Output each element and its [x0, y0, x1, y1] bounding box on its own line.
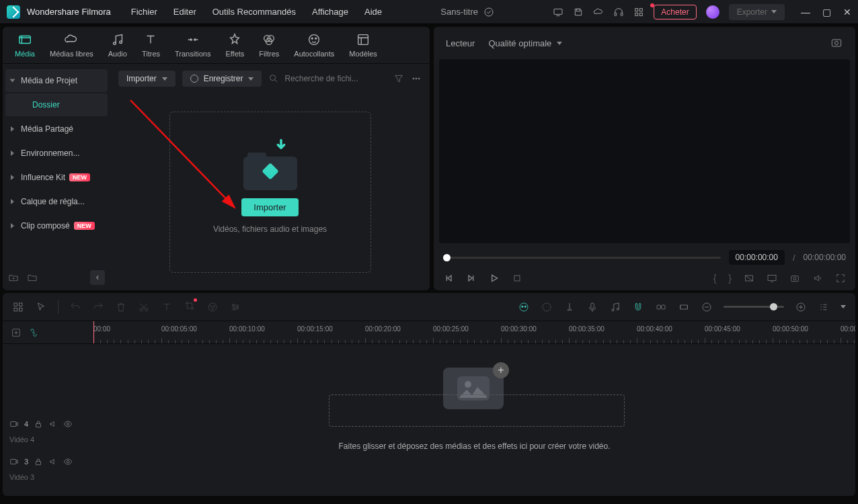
- redo-icon[interactable]: [92, 301, 104, 313]
- more-icon[interactable]: [411, 73, 422, 84]
- tab-templates[interactable]: Modèles: [346, 31, 380, 59]
- crop-icon-wrap[interactable]: [184, 300, 196, 314]
- media-sidebar: Média de Projet Dossier Média Partagé En…: [3, 64, 110, 244]
- track-head-4[interactable]: 4: [3, 414, 93, 434]
- collapse-sidebar-button[interactable]: [90, 270, 105, 285]
- range-icon[interactable]: [678, 301, 690, 313]
- sidebar-item-compound[interactable]: Clip composéNEW: [5, 214, 108, 237]
- grid-icon[interactable]: [633, 7, 644, 17]
- headphones-icon[interactable]: [613, 7, 624, 17]
- tab-filters[interactable]: Filtres: [256, 31, 282, 59]
- track-head-3[interactable]: 3: [3, 452, 93, 472]
- quality-dropdown[interactable]: Qualité optimale: [488, 38, 562, 48]
- link-icon[interactable]: [655, 301, 667, 313]
- export-button[interactable]: Exporter: [729, 4, 785, 20]
- tab-media[interactable]: Média: [12, 31, 38, 59]
- import-dropdown[interactable]: Importer: [118, 71, 176, 87]
- eye-icon[interactable]: [63, 457, 73, 466]
- screen-icon[interactable]: [553, 7, 563, 17]
- camera-icon[interactable]: [789, 273, 800, 284]
- zoom-out-icon[interactable]: [701, 301, 713, 313]
- marker-icon[interactable]: [563, 301, 576, 313]
- tab-titles[interactable]: Titres: [139, 31, 163, 59]
- delete-icon[interactable]: [115, 301, 127, 313]
- svg-rect-51: [657, 305, 660, 309]
- options-caret[interactable]: [841, 305, 846, 308]
- filter-icon[interactable]: [393, 73, 404, 84]
- time-current: 00:00:00:00: [729, 250, 785, 265]
- mute-icon[interactable]: [48, 457, 58, 466]
- tab-stock[interactable]: Médias libres: [47, 31, 96, 59]
- prev-frame-icon[interactable]: [443, 273, 454, 284]
- menu-help[interactable]: Aide: [364, 7, 382, 17]
- layout-icon[interactable]: [12, 301, 24, 313]
- timeline-toolbar: [3, 293, 855, 321]
- lock-icon[interactable]: [34, 457, 43, 466]
- menu-edit[interactable]: Editer: [173, 7, 196, 17]
- close-button[interactable]: ✕: [843, 7, 851, 17]
- timeline-tracks-body[interactable]: + Faites glisser et déposez des médias e…: [93, 344, 855, 496]
- track-link-icon[interactable]: [28, 327, 39, 338]
- mic-icon[interactable]: [586, 301, 598, 313]
- list-icon[interactable]: [818, 301, 830, 313]
- buy-button[interactable]: Acheter: [654, 5, 696, 19]
- mute-icon[interactable]: [48, 419, 58, 429]
- menu-tools[interactable]: Outils Recommandés: [212, 7, 296, 17]
- player-viewport[interactable]: [439, 59, 850, 243]
- track-add-icon[interactable]: [11, 327, 22, 338]
- sidebar-item-shared[interactable]: Média Partagé: [5, 118, 108, 140]
- zoom-slider[interactable]: [724, 306, 784, 308]
- playhead[interactable]: [93, 321, 94, 343]
- sidebar-item-project-media[interactable]: Média de Projet: [5, 69, 108, 92]
- import-drop-zone[interactable]: Importer Vidéos, fichiers audio et image…: [110, 93, 430, 290]
- save-icon[interactable]: [573, 7, 584, 17]
- sidebar-item-influence[interactable]: Influence KitNEW: [5, 166, 108, 189]
- music-icon[interactable]: [609, 301, 621, 313]
- ratio-icon[interactable]: [744, 273, 754, 284]
- display-icon[interactable]: [767, 273, 777, 284]
- menu-file[interactable]: Fichier: [131, 7, 157, 17]
- stop-icon[interactable]: [512, 273, 522, 284]
- new-folder-icon[interactable]: [8, 272, 19, 283]
- search-input[interactable]: [284, 74, 387, 83]
- menu-view[interactable]: Affichage: [312, 7, 348, 17]
- minimize-button[interactable]: —: [801, 7, 810, 17]
- text-icon[interactable]: [161, 301, 173, 313]
- sidebar-bottom: [3, 265, 110, 290]
- sidebar-item-folder[interactable]: Dossier: [5, 93, 108, 116]
- pointer-icon[interactable]: [35, 301, 47, 313]
- timeline-ruler[interactable]: 00:0000:00:05:0000:00:10:0000:00:15:0000…: [93, 321, 855, 343]
- tab-audio[interactable]: Audio: [106, 31, 130, 59]
- zoom-in-icon[interactable]: [795, 301, 807, 313]
- tab-effects[interactable]: Effets: [223, 31, 247, 59]
- eye-icon[interactable]: [63, 419, 73, 429]
- cloud-icon[interactable]: [593, 7, 604, 17]
- enhance-icon[interactable]: [541, 301, 553, 313]
- sidebar-item-adjustment[interactable]: Calque de régla...: [5, 190, 108, 213]
- user-avatar[interactable]: [706, 5, 719, 19]
- adjust-icon[interactable]: [229, 301, 241, 313]
- record-dropdown[interactable]: Enregistrer: [182, 71, 262, 87]
- undo-icon[interactable]: [69, 301, 81, 313]
- play-icon[interactable]: [489, 273, 500, 284]
- sidebar-item-environment[interactable]: Environnemen...: [5, 142, 108, 165]
- progress-slider[interactable]: [443, 257, 721, 259]
- import-button[interactable]: Importer: [241, 198, 298, 216]
- cut-icon[interactable]: [138, 301, 150, 313]
- mark-out-icon[interactable]: }: [728, 273, 732, 284]
- color-icon[interactable]: [206, 301, 219, 313]
- magnet-icon[interactable]: [632, 301, 644, 313]
- tab-stickers[interactable]: Autocollants: [291, 31, 337, 59]
- snapshot-icon[interactable]: [830, 36, 843, 50]
- tab-transitions[interactable]: Transitions: [172, 31, 213, 59]
- next-frame-icon[interactable]: [466, 273, 477, 284]
- fullscreen-icon[interactable]: [835, 273, 846, 284]
- folder-icon[interactable]: [27, 272, 38, 283]
- add-media-plus[interactable]: +: [493, 362, 509, 378]
- maximize-button[interactable]: ▢: [822, 7, 831, 17]
- svg-point-44: [520, 303, 528, 311]
- ai-icon[interactable]: [518, 301, 530, 313]
- mark-in-icon[interactable]: {: [713, 273, 717, 284]
- lock-icon[interactable]: [34, 419, 43, 429]
- volume-icon[interactable]: [812, 273, 823, 284]
